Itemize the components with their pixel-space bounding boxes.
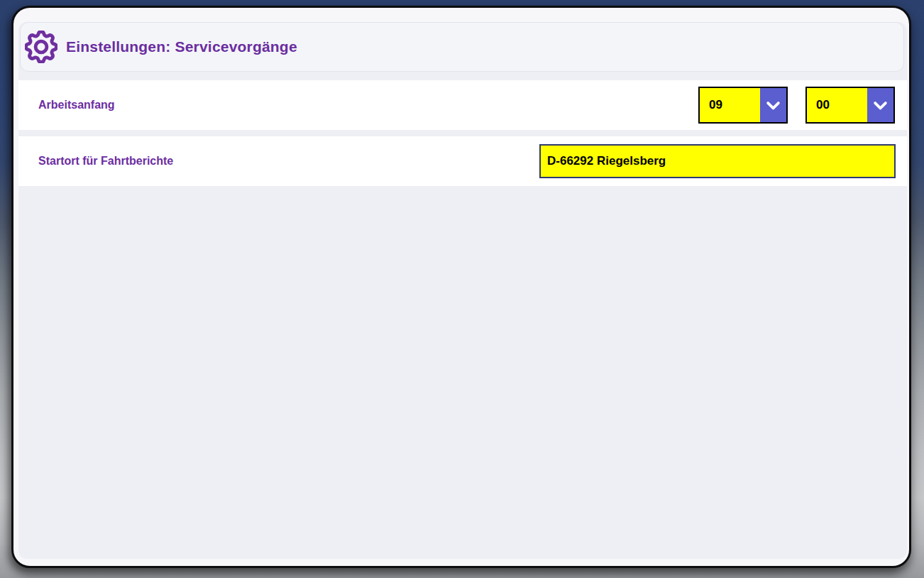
settings-window: Einstellungen: Servicevorgänge Arbeitsan… xyxy=(11,6,911,568)
arbeitsanfang-label: Arbeitsanfang xyxy=(38,99,115,111)
chevron-down-icon xyxy=(764,96,783,115)
setting-row-arbeitsanfang: Arbeitsanfang 09 00 xyxy=(18,80,907,130)
hour-select-dropdown-button[interactable] xyxy=(760,88,786,122)
settings-panel: Einstellungen: Servicevorgänge Arbeitsan… xyxy=(18,22,907,559)
minute-select-value: 00 xyxy=(807,88,867,122)
startort-label: Startort für Fahrtberichte xyxy=(38,155,173,168)
page-title: Einstellungen: Servicevorgänge xyxy=(66,38,297,55)
hour-select-value: 09 xyxy=(700,88,760,122)
minute-select[interactable]: 00 xyxy=(805,87,895,124)
chevron-down-icon xyxy=(871,96,890,115)
setting-row-startort: Startort für Fahrtberichte xyxy=(18,136,907,186)
settings-header: Einstellungen: Servicevorgänge xyxy=(20,22,904,72)
gear-icon xyxy=(25,31,57,63)
hour-select[interactable]: 09 xyxy=(698,87,788,124)
time-select-group: 09 00 xyxy=(698,87,895,124)
desktop-background: Einstellungen: Servicevorgänge Arbeitsan… xyxy=(0,0,924,578)
startort-input[interactable] xyxy=(539,144,896,178)
minute-select-dropdown-button[interactable] xyxy=(867,88,893,122)
